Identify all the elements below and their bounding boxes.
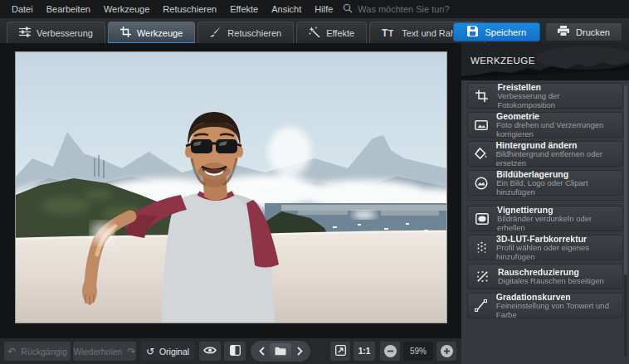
overlay-icon xyxy=(475,177,488,190)
search-placeholder: Was möchten Sie tun? xyxy=(358,4,449,14)
zoom-in-button[interactable] xyxy=(436,342,456,361)
tool-hintergrund-aendern[interactable]: Hintergrund ändern Bildhintergrund entfe… xyxy=(467,141,623,167)
tool-name: Freistellen xyxy=(497,82,616,92)
sidebar-title: WERKZEUGE xyxy=(471,56,535,66)
tool-name: Bildüberlagerung xyxy=(496,169,616,179)
save-icon xyxy=(467,26,478,38)
tab-verbesserung[interactable]: Verbesserung xyxy=(7,22,105,43)
before-after-icon xyxy=(230,345,241,357)
tool-description: Profil wählen oder eigenes hinzufügen xyxy=(496,244,616,262)
search-input[interactable]: Was möchten Sie tun? xyxy=(343,2,449,17)
menu-hilfe[interactable]: Hilfe xyxy=(308,0,339,18)
next-photo-button[interactable] xyxy=(295,347,305,356)
original-button[interactable]: ↺ Original xyxy=(141,342,194,361)
save-button[interactable]: Speichern xyxy=(453,22,540,41)
search-icon xyxy=(343,2,358,17)
menu-bar: Datei Bearbeiten Werkzeuge Retuschieren … xyxy=(0,0,629,18)
previous-photo-button[interactable] xyxy=(256,347,266,356)
menu-effekte[interactable]: Effekte xyxy=(223,0,265,18)
tool-name: Vignettierung xyxy=(497,205,616,215)
folder-icon xyxy=(275,347,286,356)
tool-name: Hintergrund ändern xyxy=(496,140,616,150)
menu-bearbeiten[interactable]: Bearbeiten xyxy=(40,0,97,18)
photo-editor-window: Datei Bearbeiten Werkzeuge Retuschieren … xyxy=(0,0,629,364)
noise-icon xyxy=(475,270,490,283)
tool-description: Ein Bild, Logo oder Clipart hinzufügen xyxy=(496,179,616,197)
tab-label: Effekte xyxy=(326,28,354,38)
tool-bildueberlagerung[interactable]: Bildüberlagerung Ein Bild, Logo oder Cli… xyxy=(467,170,623,196)
svg-text:T: T xyxy=(388,29,393,37)
eye-icon xyxy=(203,346,217,357)
menu-ansicht[interactable]: Ansicht xyxy=(265,0,308,18)
fit-to-screen-icon xyxy=(335,345,346,357)
file-navigation xyxy=(251,341,310,362)
printer-icon xyxy=(558,26,569,38)
before-after-button[interactable] xyxy=(224,342,246,361)
fit-to-screen-button[interactable] xyxy=(330,342,350,361)
tool-rauschreduzierung[interactable]: Rauschreduzierung Digitales Rauschen bes… xyxy=(467,264,623,289)
tab-label: Retuschieren xyxy=(227,28,281,38)
show-original-button[interactable] xyxy=(199,342,221,361)
brush-icon xyxy=(210,27,222,39)
menu-retuschieren[interactable]: Retuschieren xyxy=(156,0,223,18)
tool-description: Bildhintergrund entfernen oder ersetzen xyxy=(496,150,616,168)
crop-icon xyxy=(475,90,489,102)
photo-man-by-bay xyxy=(16,52,446,323)
sidebar-header: WERKZEUGE xyxy=(461,43,629,80)
tool-group-2: Vignettierung Bildränder verdunkeln oder… xyxy=(467,200,623,318)
tool-description: Feineinstellung von Tonwert und Farbe xyxy=(496,302,616,320)
tabbar-actions: Speichern Drucken xyxy=(453,22,622,41)
tool-vignettierung[interactable]: Vignettierung Bildränder verdunkeln oder… xyxy=(467,206,623,231)
crop-icon xyxy=(120,27,131,39)
canvas-area xyxy=(0,43,461,338)
redo-label: Wiederholen xyxy=(73,347,122,357)
tool-name: Gradationskurven xyxy=(496,292,616,302)
tool-description: Verbesserung der Fotokomposition xyxy=(497,92,616,110)
zoom-level-display: 59% xyxy=(403,342,433,361)
ratio-label: 1:1 xyxy=(358,347,370,356)
tool-description: Bildränder verdunkeln oder erhellen xyxy=(497,215,616,233)
sidebar-scrollbar[interactable] xyxy=(624,85,627,357)
magic-wand-icon xyxy=(309,27,320,39)
tool-description: Foto drehen und Verzerrungen korrigieren xyxy=(496,121,616,139)
minus-icon xyxy=(384,345,397,357)
open-folder-button[interactable] xyxy=(270,343,291,359)
tool-3d-lut-farbkorrektur[interactable]: 3D-LUT-Farbkorrektur Profil wählen oder … xyxy=(467,235,623,260)
tab-label: Werkzeuge xyxy=(137,28,183,38)
geometry-icon xyxy=(475,119,488,131)
bottom-toolbar: ↶ Rückgängig Wiederholen ↷ ↺ Original xyxy=(0,338,461,364)
tab-label: Verbesserung xyxy=(37,28,93,38)
tools-sidebar: WERKZEUGE Freistellen Verbesserung der F… xyxy=(461,43,629,364)
tool-name: Geometrie xyxy=(496,111,616,121)
tool-geometrie[interactable]: Geometrie Foto drehen und Verzerrungen k… xyxy=(467,112,623,138)
menu-datei[interactable]: Datei xyxy=(5,0,40,18)
tab-retuschieren[interactable]: Retuschieren xyxy=(197,22,294,43)
print-label: Drucken xyxy=(576,27,610,37)
undo-button[interactable]: ↶ Rückgängig xyxy=(4,342,71,361)
tab-effekte[interactable]: Effekte xyxy=(296,22,367,43)
redo-icon: ↷ xyxy=(127,346,135,357)
plus-icon xyxy=(441,345,453,357)
vignette-icon xyxy=(475,213,489,225)
tool-description: Digitales Rauschen beseitigen xyxy=(498,277,604,286)
sliders-icon xyxy=(19,27,31,39)
reset-icon: ↺ xyxy=(146,346,154,357)
menu-werkzeuge[interactable]: Werkzeuge xyxy=(97,0,156,18)
tool-gradationskurven[interactable]: Gradationskurven Feineinstellung von Ton… xyxy=(467,293,623,318)
save-label: Speichern xyxy=(485,27,526,37)
undo-label: Rückgängig xyxy=(21,347,66,357)
tool-freistellen[interactable]: Freistellen Verbesserung der Fotokomposi… xyxy=(467,83,623,109)
zoom-out-button[interactable] xyxy=(380,342,400,361)
redo-button[interactable]: Wiederholen ↷ xyxy=(73,342,136,361)
lut-cube-icon xyxy=(475,241,488,254)
text-icon: TT xyxy=(382,27,396,39)
original-label: Original xyxy=(159,347,189,357)
tool-group-1: Freistellen Verbesserung der Fotokomposi… xyxy=(467,83,623,196)
photo-canvas[interactable] xyxy=(15,51,447,323)
tab-werkzeuge[interactable]: Werkzeuge xyxy=(108,22,195,43)
actual-size-button[interactable]: 1:1 xyxy=(354,342,375,361)
tool-list: Freistellen Verbesserung der Fotokomposi… xyxy=(461,80,629,364)
svg-text:T: T xyxy=(382,27,388,37)
tool-name: 3D-LUT-Farbkorrektur xyxy=(496,234,616,244)
print-button[interactable]: Drucken xyxy=(545,22,622,41)
